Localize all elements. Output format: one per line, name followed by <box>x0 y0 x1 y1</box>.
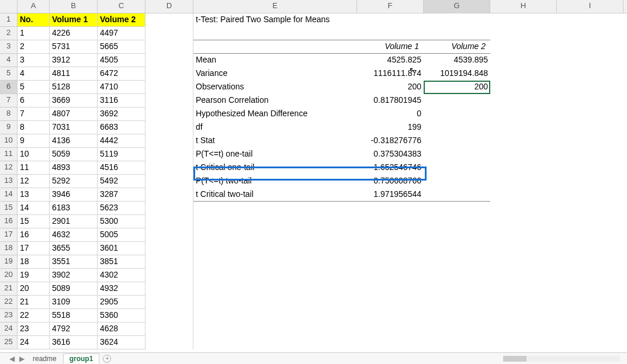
cell-A4[interactable]: 3 <box>18 54 50 67</box>
cell-D20[interactable] <box>146 269 193 282</box>
cell-J8[interactable] <box>623 108 627 121</box>
cell-F12[interactable]: 1.652546746 <box>357 161 424 175</box>
cell-C22[interactable]: 2905 <box>98 296 146 309</box>
cell-A7[interactable]: 6 <box>18 94 50 108</box>
cell-H18[interactable] <box>490 242 557 255</box>
cell-E3[interactable] <box>193 40 357 54</box>
cell-A12[interactable]: 11 <box>18 161 50 175</box>
cell-J24[interactable] <box>623 323 627 336</box>
cell-C13[interactable]: 5492 <box>98 175 146 188</box>
cell-A14[interactable]: 13 <box>18 188 50 202</box>
cell-D24[interactable] <box>146 323 193 336</box>
cell-H10[interactable] <box>490 134 557 148</box>
cell-B8[interactable]: 4807 <box>50 108 98 121</box>
row-head-12[interactable]: 12 <box>0 161 18 175</box>
cell-G22[interactable] <box>424 296 490 309</box>
cell-A17[interactable]: 16 <box>18 228 50 242</box>
cell-J6[interactable] <box>623 81 627 94</box>
cell-C5[interactable]: 6472 <box>98 67 146 81</box>
cell-A19[interactable]: 18 <box>18 255 50 269</box>
cell-B14[interactable]: 3946 <box>50 188 98 202</box>
cell-C17[interactable]: 5005 <box>98 228 146 242</box>
cell-E24[interactable] <box>193 323 357 336</box>
cell-B9[interactable]: 7031 <box>50 121 98 134</box>
cell-J19[interactable] <box>623 255 627 269</box>
cell-B3[interactable]: 5731 <box>50 40 98 54</box>
horizontal-scrollbar[interactable] <box>503 355 620 363</box>
cell-D23[interactable] <box>146 309 193 323</box>
cell-E23[interactable] <box>193 309 357 323</box>
cell-I20[interactable] <box>557 269 623 282</box>
cell-B10[interactable]: 4136 <box>50 134 98 148</box>
cell-A22[interactable]: 21 <box>18 296 50 309</box>
cell-H6[interactable] <box>490 81 557 94</box>
cell-F25[interactable] <box>357 336 424 349</box>
row-head-17[interactable]: 17 <box>0 228 18 242</box>
row-head-14[interactable]: 14 <box>0 188 18 202</box>
cell-G14[interactable] <box>424 188 490 202</box>
cell-D14[interactable] <box>146 188 193 202</box>
row-head-3[interactable]: 3 <box>0 40 18 54</box>
cell-I17[interactable] <box>557 228 623 242</box>
cell-B25[interactable]: 3616 <box>50 336 98 349</box>
cell-H8[interactable] <box>490 108 557 121</box>
cell-J22[interactable] <box>623 296 627 309</box>
cell-B4[interactable]: 3912 <box>50 54 98 67</box>
cell-I7[interactable] <box>557 94 623 108</box>
cell-G18[interactable] <box>424 242 490 255</box>
cell-H9[interactable] <box>490 121 557 134</box>
cell-C10[interactable]: 4442 <box>98 134 146 148</box>
cell-A15[interactable]: 14 <box>18 202 50 215</box>
cell-H12[interactable] <box>490 161 557 175</box>
cell-D22[interactable] <box>146 296 193 309</box>
cell-A5[interactable]: 4 <box>18 67 50 81</box>
cell-I10[interactable] <box>557 134 623 148</box>
cell-G13[interactable] <box>424 175 490 188</box>
cell-H5[interactable] <box>490 67 557 81</box>
cell-C6[interactable]: 4710 <box>98 81 146 94</box>
cell-I9[interactable] <box>557 121 623 134</box>
cell-F17[interactable] <box>357 228 424 242</box>
cell-E14[interactable]: t Critical two-tail <box>193 188 357 202</box>
spreadsheet-grid[interactable]: ABCDEFGHIJ1No.Volume 1Volume 2t-Test: Pa… <box>0 0 627 349</box>
cell-H19[interactable] <box>490 255 557 269</box>
cell-A23[interactable]: 22 <box>18 309 50 323</box>
cell-G2[interactable] <box>424 27 490 40</box>
cell-B19[interactable]: 3551 <box>50 255 98 269</box>
col-head-G[interactable]: G <box>424 0 490 13</box>
cell-D8[interactable] <box>146 108 193 121</box>
cell-D11[interactable] <box>146 148 193 161</box>
cell-F6[interactable]: 200 <box>357 81 424 94</box>
cell-H25[interactable] <box>490 336 557 349</box>
cell-E12[interactable]: t Critical one-tail <box>193 161 357 175</box>
col-head-C[interactable]: C <box>98 0 146 13</box>
cell-I13[interactable] <box>557 175 623 188</box>
cell-F19[interactable] <box>357 255 424 269</box>
row-head-7[interactable]: 7 <box>0 94 18 108</box>
cell-E18[interactable] <box>193 242 357 255</box>
cell-C14[interactable]: 3287 <box>98 188 146 202</box>
row-head-2[interactable]: 2 <box>0 27 18 40</box>
cell-E17[interactable] <box>193 228 357 242</box>
cell-C24[interactable]: 4628 <box>98 323 146 336</box>
cell-B22[interactable]: 3109 <box>50 296 98 309</box>
cell-E11[interactable]: P(T<=t) one-tail <box>193 148 357 161</box>
cell-C2[interactable]: 4497 <box>98 27 146 40</box>
row-head-6[interactable]: 6 <box>0 81 18 94</box>
cell-G21[interactable] <box>424 282 490 296</box>
cell-J16[interactable] <box>623 215 627 228</box>
cell-E7[interactable]: Pearson Correlation <box>193 94 357 108</box>
cell-B2[interactable]: 4226 <box>50 27 98 40</box>
cell-H16[interactable] <box>490 215 557 228</box>
row-head-13[interactable]: 13 <box>0 175 18 188</box>
cell-F3[interactable]: Volume 1 <box>357 40 424 54</box>
cell-G7[interactable] <box>424 94 490 108</box>
cell-D4[interactable] <box>146 54 193 67</box>
cell-C20[interactable]: 4302 <box>98 269 146 282</box>
cell-F1[interactable] <box>357 13 424 27</box>
cell-I11[interactable] <box>557 148 623 161</box>
cell-H15[interactable] <box>490 202 557 215</box>
cell-J3[interactable] <box>623 40 627 54</box>
cell-F23[interactable] <box>357 309 424 323</box>
cell-J13[interactable] <box>623 175 627 188</box>
